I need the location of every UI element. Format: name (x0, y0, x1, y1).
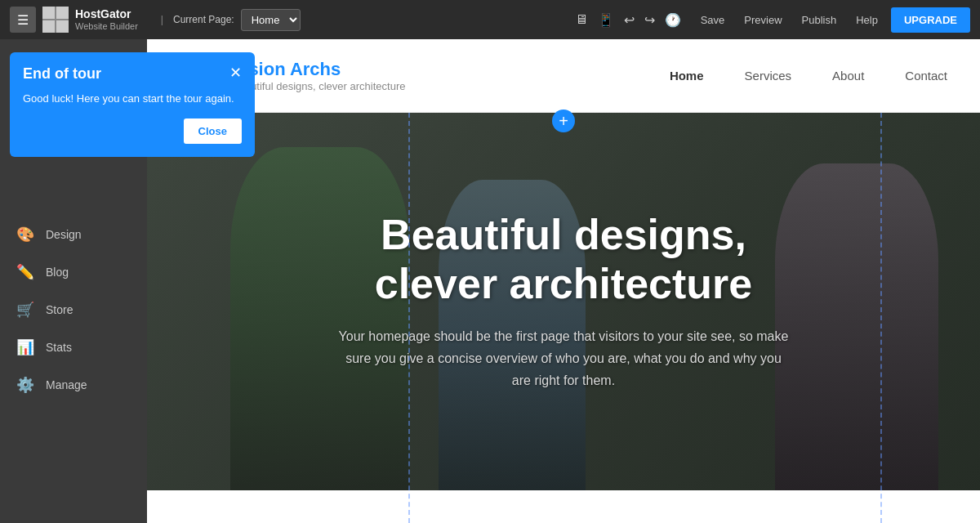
site-tagline: Beautiful designs, clever architecture (232, 80, 405, 92)
sidebar-item-blog-label: Blog (46, 266, 69, 279)
tour-body: Good luck! Here you can start the tour a… (23, 91, 242, 107)
hero-title: Beautiful designs, clever architecture (335, 211, 792, 309)
logo-icon (42, 7, 69, 33)
nav-link-services[interactable]: Services (745, 69, 792, 83)
site-nav-links: Home Services About Contact (670, 69, 947, 83)
sidebar-item-manage[interactable]: ⚙️ Manage (0, 366, 147, 404)
editor-area: Vision Archs Beautiful designs, clever a… (147, 39, 980, 523)
mobile-view-button[interactable]: 📱 (598, 12, 614, 28)
tour-close-button[interactable]: Close (184, 118, 242, 144)
nav-link-contact[interactable]: Contact (905, 69, 947, 83)
sidebar-item-manage-label: Manage (46, 378, 87, 391)
hero-content: Beautiful designs, clever architecture Y… (270, 211, 858, 391)
manage-icon: ⚙️ (16, 376, 34, 394)
sidebar-item-design[interactable]: 🎨 Design (0, 216, 147, 253)
hamburger-icon: ☰ (17, 12, 29, 28)
toolbar-device-icons: 🖥 📱 ↩ ↪ 🕐 (575, 12, 681, 28)
current-page-label: Current Page: (173, 14, 234, 25)
desktop-view-button[interactable]: 🖥 (575, 12, 588, 27)
nav-link-about[interactable]: About (832, 69, 864, 83)
preview-button[interactable]: Preview (737, 11, 788, 29)
stats-icon: 📊 (16, 338, 34, 356)
add-section-button[interactable]: + (552, 110, 575, 132)
site-nav: Vision Archs Beautiful designs, clever a… (147, 39, 980, 113)
sidebar-item-stats-label: Stats (46, 341, 72, 354)
blog-icon: ✏️ (16, 263, 34, 281)
save-button[interactable]: Save (694, 11, 732, 29)
sidebar-item-stats[interactable]: 📊 Stats (0, 329, 147, 366)
sidebar-item-blog[interactable]: ✏️ Blog (0, 253, 147, 291)
sidebar-item-design-label: Design (46, 228, 82, 241)
history-button[interactable]: 🕐 (665, 12, 681, 28)
sidebar: End of tour ✕ Good luck! Here you can st… (0, 39, 147, 523)
publish-button[interactable]: Publish (795, 11, 844, 29)
sidebar-item-store-label: Store (46, 303, 73, 316)
page-selector[interactable]: Home (241, 9, 301, 31)
help-button[interactable]: Help (849, 11, 884, 29)
toolbar: ☰ HostGator Website Builder | Current Pa… (0, 0, 980, 39)
site-name: Vision Archs (232, 59, 405, 80)
brand-logo: HostGator Website Builder (42, 7, 138, 33)
tour-popup: End of tour ✕ Good luck! Here you can st… (10, 52, 255, 157)
nav-link-home[interactable]: Home (670, 69, 704, 83)
tour-popup-header: End of tour ✕ (23, 65, 242, 83)
main-area: End of tour ✕ Good luck! Here you can st… (0, 39, 980, 523)
sidebar-item-store[interactable]: 🛒 Store (0, 291, 147, 329)
undo-button[interactable]: ↩ (624, 12, 635, 28)
upgrade-button[interactable]: UPGRADE (891, 7, 970, 33)
design-icon: 🎨 (16, 226, 34, 244)
hero-section: Beautiful designs, clever architecture Y… (147, 113, 980, 490)
store-icon: 🛒 (16, 301, 34, 319)
site-identity: Vision Archs Beautiful designs, clever a… (232, 59, 405, 92)
redo-button[interactable]: ↪ (644, 12, 655, 28)
tour-title: End of tour (23, 65, 101, 83)
toolbar-divider: | (161, 14, 163, 25)
hero-subtitle: Your homepage should be the first page t… (335, 325, 792, 392)
website-preview: Vision Archs Beautiful designs, clever a… (147, 39, 980, 523)
brand-sub: Website Builder (75, 21, 138, 32)
hamburger-menu-button[interactable]: ☰ (10, 7, 36, 33)
tour-x-button[interactable]: ✕ (229, 65, 242, 80)
brand-name: HostGator (75, 7, 138, 21)
plus-icon: + (559, 113, 568, 129)
